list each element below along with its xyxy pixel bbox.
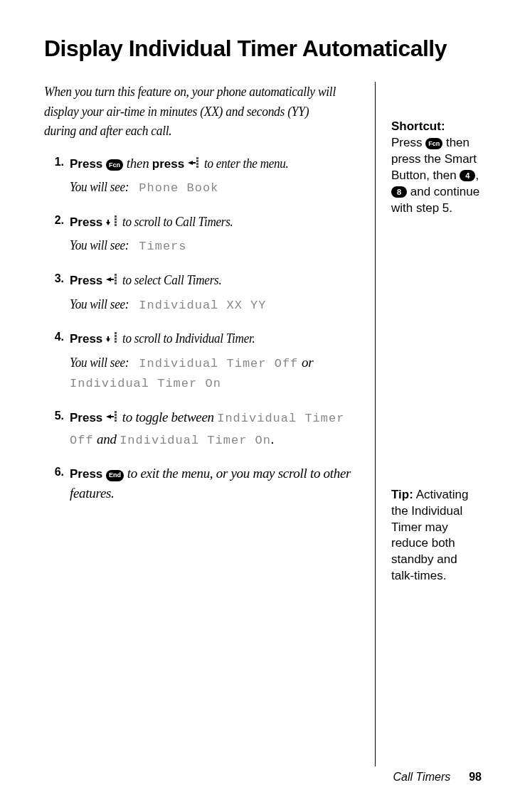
svg-rect-3 [196, 166, 198, 168]
nav-right-icon [188, 156, 201, 176]
you-will-see: You will see: [70, 177, 129, 197]
page-title: Display Individual Timer Automatically [44, 36, 483, 62]
step-text: to scroll to Call Timers. [122, 212, 233, 232]
lcd-text: Phone Book [139, 181, 218, 195]
svg-rect-23 [107, 336, 109, 339]
press-label: press [152, 157, 184, 171]
shortcut-label: Shortcut: [391, 119, 445, 133]
lcd-text: Individual XX YY [139, 299, 266, 312]
svg-rect-26 [115, 417, 117, 419]
key-8-icon: 8 [391, 186, 407, 198]
step-number: 6. [44, 464, 64, 480]
page-number: 98 [469, 771, 482, 784]
svg-marker-4 [188, 161, 193, 165]
step-5: 5. Press to toggle between Individual Ti… [70, 407, 362, 449]
tip-label: Tip: [391, 488, 413, 501]
and-text: and [94, 432, 120, 447]
svg-marker-28 [106, 415, 111, 419]
you-will-see: You will see: [70, 353, 129, 373]
svg-rect-7 [115, 218, 117, 220]
svg-rect-1 [196, 160, 198, 162]
chapter-name: Call Timers [393, 771, 450, 784]
you-will-see: You will see: [70, 294, 129, 314]
comma: , [475, 169, 479, 182]
end-key-icon: End [106, 470, 124, 481]
side-column: Shortcut: Press Fcn then press the Smart… [375, 82, 483, 766]
nav-right-icon [106, 410, 119, 429]
you-will-see: You will see: [70, 235, 129, 255]
fcn-key-icon: Fcn [425, 138, 442, 149]
step-text: to scroll to Individual Timer. [122, 328, 255, 348]
press-label: Press [70, 215, 102, 229]
lcd-text: Individual Timer Off [139, 357, 298, 370]
svg-rect-17 [111, 279, 114, 280]
page-footer: Call Timers 98 [44, 766, 483, 784]
press-label: Press [70, 411, 102, 424]
svg-rect-19 [115, 335, 117, 337]
step-number: 5. [44, 407, 64, 424]
step-6: 6. Press End to exit the menu, or you ma… [70, 464, 362, 503]
svg-rect-27 [115, 420, 117, 422]
lcd-text: Individual Timer On [70, 377, 221, 390]
svg-rect-25 [115, 414, 117, 416]
nav-down-icon [106, 331, 119, 351]
key-4-icon: 4 [460, 170, 475, 181]
step-text: to select Call Timers. [122, 270, 221, 290]
tip-note: Tip: Activating the Individual Timer may… [391, 487, 483, 585]
lcd-text: Timers [139, 240, 186, 253]
step-number: 4. [44, 328, 64, 345]
fcn-key-icon: Fcn [106, 159, 123, 171]
svg-rect-5 [193, 162, 196, 164]
tip-text: Activating the Individual Timer may redu… [391, 488, 468, 583]
svg-rect-9 [115, 224, 117, 226]
step-text: to enter the menu. [204, 154, 289, 173]
press-label: Press [70, 157, 102, 171]
press-label: Press [70, 467, 102, 481]
svg-rect-20 [115, 338, 117, 340]
or-text: or [302, 355, 313, 370]
period: . [271, 432, 274, 447]
step-4: 4. Press to scroll to Individual Timer. [70, 328, 362, 393]
step-number: 1. [44, 154, 64, 170]
svg-rect-12 [115, 274, 117, 276]
press-label: Press [70, 332, 102, 346]
lcd-text: Individual Timer On [120, 434, 271, 447]
svg-rect-11 [107, 220, 109, 223]
svg-marker-16 [106, 277, 111, 282]
svg-rect-6 [115, 215, 117, 218]
nav-down-icon [106, 214, 119, 234]
svg-rect-24 [115, 411, 117, 413]
svg-rect-21 [115, 341, 117, 343]
svg-rect-15 [115, 282, 117, 284]
step-number: 2. [44, 212, 64, 228]
press-label: Press [70, 274, 102, 287]
step-number: 3. [44, 270, 64, 287]
svg-rect-0 [196, 157, 198, 159]
svg-rect-14 [115, 279, 117, 282]
svg-rect-8 [115, 221, 117, 223]
step-3: 3. Press to select Call Timers. [70, 270, 362, 314]
shortcut-text: Press [391, 136, 425, 149]
svg-rect-18 [115, 332, 117, 334]
svg-rect-2 [196, 163, 198, 165]
svg-rect-29 [111, 416, 114, 417]
steps-list: 1. Press Fcn then press to ente [44, 154, 362, 503]
text: then [127, 156, 152, 171]
step-2: 2. Press to scroll to Call Timers. [70, 212, 362, 256]
shortcut-note: Shortcut: Press Fcn then press the Smart… [391, 119, 483, 217]
step-text: to toggle between [122, 410, 217, 424]
svg-rect-13 [115, 277, 117, 279]
nav-right-icon [106, 272, 119, 292]
main-column: When you turn this feature on, your phon… [44, 82, 375, 766]
intro-paragraph: When you turn this feature on, your phon… [44, 82, 336, 141]
step-1: 1. Press Fcn then press to ente [70, 154, 362, 198]
